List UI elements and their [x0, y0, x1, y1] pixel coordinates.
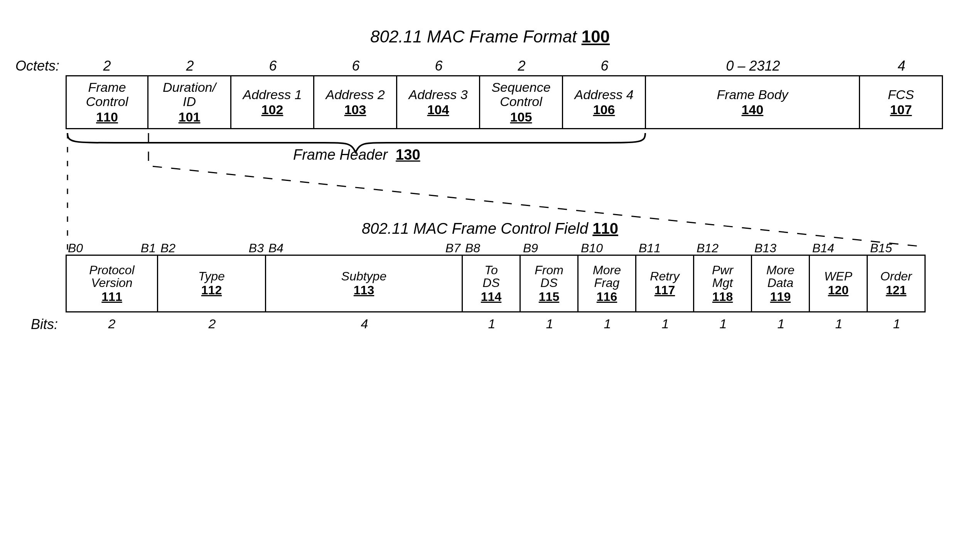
frame-field-label: Frame Body [717, 88, 788, 102]
bit-count: 1 [752, 316, 810, 331]
control-field-ref: 118 [712, 290, 733, 304]
octet-count: 2 [148, 58, 231, 74]
bit-right [749, 241, 750, 255]
control-field-label: Protocol Version [89, 264, 134, 290]
control-field: From DS115 [521, 255, 579, 312]
bit-right [807, 241, 808, 255]
frame-field-ref: 104 [427, 103, 449, 117]
top-octets-row: 22666260 – 23124 [66, 58, 943, 74]
bit-count: 1 [463, 316, 521, 331]
bottom-fields-row: Protocol Version111Type112Subtype113To D… [66, 255, 926, 312]
bit-left: B15 [870, 241, 892, 255]
bit-range-label: B4B7 [266, 241, 463, 255]
bit-right: B7 [445, 241, 460, 255]
octets-label: Octets: [15, 58, 59, 74]
frame-field: Duration/ ID101 [148, 75, 231, 129]
frame-field: Address 3104 [397, 75, 480, 129]
bit-left: B13 [754, 241, 776, 255]
diagram-title-text: 802.11 MAC Frame Format [370, 27, 577, 46]
control-field-label: Subtype [341, 270, 386, 283]
control-field: To DS114 [463, 255, 521, 312]
bit-left: B2 [160, 241, 175, 255]
control-field-ref: 120 [828, 284, 848, 297]
control-field-label: Type [198, 270, 225, 283]
control-field-label: From DS [535, 264, 563, 290]
control-field: More Frag116 [579, 255, 636, 312]
bit-count: 4 [266, 316, 463, 331]
frame-field-ref: 101 [179, 110, 201, 124]
bit-right [634, 241, 634, 255]
bit-left: B9 [523, 241, 538, 255]
frame-field: FCS107 [860, 75, 943, 129]
frame-field: Address 1102 [231, 75, 314, 129]
frame-field-label: FCS [888, 88, 914, 102]
bit-right [576, 241, 576, 255]
control-field-ref: 114 [481, 290, 501, 304]
bit-right [518, 241, 518, 255]
frame-field-label: Address 2 [326, 88, 385, 102]
control-field-label: To DS [482, 264, 499, 290]
bit-range-label: B0B1 [66, 241, 158, 255]
bit-count: 2 [158, 316, 266, 331]
bit-right [865, 241, 865, 255]
bit-left: B8 [465, 241, 480, 255]
bit-right [692, 241, 692, 255]
frame-field-ref: 103 [344, 103, 366, 117]
bit-count: 1 [636, 316, 694, 331]
frame-header-ref: 130 [396, 147, 420, 163]
bit-left: B10 [581, 241, 603, 255]
frame-field-label: Duration/ ID [163, 80, 216, 109]
bit-count: 1 [810, 316, 868, 331]
octet-count: 6 [397, 58, 480, 74]
frame-header-label: Frame Header 130 [293, 147, 420, 163]
frame-control-subtitle-ref: 110 [592, 220, 618, 237]
bit-right: B3 [249, 241, 264, 255]
control-field: Retry117 [636, 255, 694, 312]
octet-count: 6 [563, 58, 646, 74]
bit-count: 1 [579, 316, 636, 331]
frame-field-ref: 105 [510, 110, 532, 124]
bottom-bits-row: 22411111111 [66, 316, 926, 331]
octet-count: 4 [860, 58, 943, 74]
bit-left: B11 [639, 241, 661, 255]
control-field-ref: 112 [201, 284, 222, 297]
frame-control-subtitle-text: 802.11 MAC Frame Control Field [362, 220, 588, 237]
frame-field-label: Address 1 [243, 88, 302, 102]
octet-count: 6 [314, 58, 397, 74]
control-field: Subtype113 [266, 255, 463, 312]
bit-count: 2 [66, 316, 158, 331]
frame-field-ref: 110 [96, 110, 118, 124]
control-field-ref: 119 [770, 290, 791, 304]
control-field: WEP120 [810, 255, 868, 312]
octet-count: 2 [66, 58, 148, 74]
control-field-label: Order [880, 270, 912, 283]
bit-right [923, 241, 923, 255]
frame-field-label: Address 3 [408, 88, 467, 102]
frame-field-ref: 140 [742, 103, 764, 117]
diagram-title: 802.11 MAC Frame Format 100 [0, 27, 980, 46]
frame-field-ref: 107 [890, 103, 912, 117]
frame-field-label: Frame Control [86, 80, 128, 109]
control-field-ref: 111 [101, 290, 122, 304]
control-field: More Data119 [752, 255, 810, 312]
control-field-ref: 116 [597, 290, 617, 304]
frame-field: Address 4106 [563, 75, 646, 129]
bit-range-label: B10 [579, 241, 636, 255]
diagram-root: 802.11 MAC Frame Format 100 Octets: 2266… [0, 0, 980, 552]
octet-count: 6 [231, 58, 314, 74]
control-field: Order121 [868, 255, 926, 312]
bit-count: 1 [521, 316, 579, 331]
octet-count: 2 [480, 58, 563, 74]
frame-field: Frame Control110 [66, 75, 148, 129]
control-field: Protocol Version111 [66, 255, 158, 312]
bit-range-label: B2B3 [158, 241, 266, 255]
bit-left: B0 [68, 241, 83, 255]
control-field-ref: 113 [354, 284, 374, 297]
frame-field-ref: 102 [261, 103, 283, 117]
frame-field: Address 2103 [314, 75, 397, 129]
bit-left: B14 [812, 241, 834, 255]
bit-count: 1 [694, 316, 752, 331]
bit-range-label: B13 [752, 241, 810, 255]
frame-field-label: Sequence Control [491, 80, 550, 109]
frame-field-ref: 106 [593, 103, 615, 117]
